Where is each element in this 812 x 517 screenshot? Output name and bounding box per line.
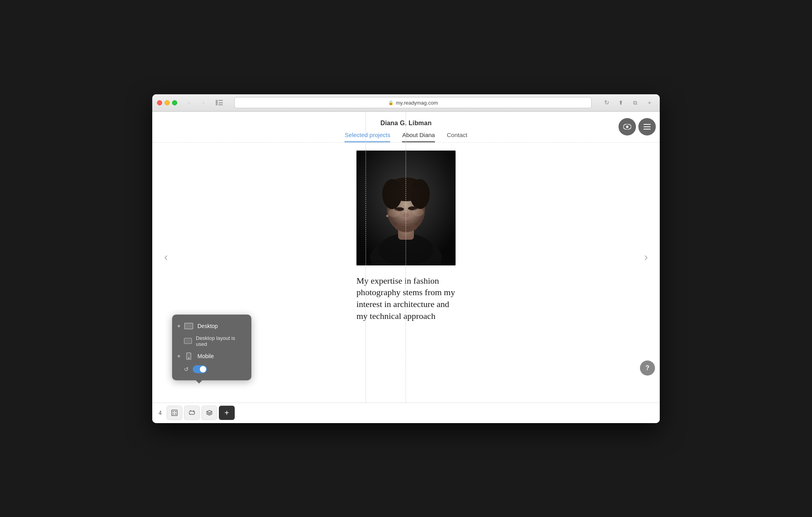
desktop-layout-used-item: Desktop layout is used <box>172 333 251 349</box>
traffic-lights <box>157 100 177 105</box>
prev-page-button[interactable]: ‹ <box>160 247 172 267</box>
mobile-icon-wrapper <box>184 353 193 360</box>
help-icon: ? <box>645 364 649 372</box>
nav-selected-projects[interactable]: Selected projects <box>345 132 390 142</box>
hamburger-menu-button[interactable] <box>638 118 656 135</box>
minimize-button[interactable] <box>165 100 170 105</box>
site-title: Diana G. Libman <box>380 120 431 127</box>
bottom-toolbar: 4 + <box>152 403 660 423</box>
undo-redo-icon <box>188 410 196 416</box>
desktop-label: Desktop <box>197 323 218 329</box>
preview-button[interactable] <box>619 118 636 135</box>
page-number: 4 <box>159 410 162 416</box>
back-button[interactable]: ‹ <box>184 99 195 107</box>
svg-rect-4 <box>643 129 651 130</box>
menu-icon <box>643 124 651 130</box>
mobile-toggle-row: ↺ <box>172 363 251 376</box>
mobile-device-icon <box>186 353 191 360</box>
toolbar-right: ⬆ ⧉ + <box>615 99 655 107</box>
nav-about-diana[interactable]: About Diana <box>402 132 435 142</box>
svg-rect-27 <box>172 413 174 415</box>
url-text: my.readymag.com <box>396 100 438 106</box>
layers-button[interactable] <box>201 406 217 420</box>
site-header: Diana G. Libman Selected projects About … <box>152 112 660 143</box>
page-thumbnail-button[interactable] <box>167 406 182 420</box>
desktop-layout-item[interactable]: Desktop <box>172 319 251 333</box>
new-tab-button[interactable]: + <box>644 99 655 107</box>
desktop-device-icon <box>184 323 193 329</box>
svg-point-1 <box>626 126 628 128</box>
svg-rect-26 <box>175 411 176 412</box>
duplicate-tab-button[interactable]: ⧉ <box>630 99 641 107</box>
page-area: ‹ › Diana G. Libman Selected projects Ab… <box>152 112 660 403</box>
undo-redo-button[interactable] <box>184 406 200 420</box>
reload-button[interactable]: ↻ <box>601 99 612 107</box>
mobile-label: Mobile <box>197 353 214 359</box>
share-button[interactable]: ⬆ <box>615 99 626 107</box>
mac-window: ‹ › 🔒 my.readymag.com ↻ ⬆ ⧉ + <box>152 94 660 423</box>
sub-desktop-icon <box>184 338 192 344</box>
page-content: My expertise in fashion photography stem… <box>152 143 660 330</box>
add-element-button[interactable]: + <box>219 406 235 420</box>
close-button[interactable] <box>157 100 162 105</box>
mobile-dot <box>178 355 180 357</box>
eye-icon <box>623 124 631 130</box>
url-bar[interactable]: 🔒 my.readymag.com <box>234 97 592 108</box>
about-text: My expertise in fashion photography stem… <box>356 275 456 322</box>
layers-icon <box>206 409 213 416</box>
svg-rect-23 <box>356 151 456 265</box>
browser-content: ‹ › Diana G. Libman Selected projects Ab… <box>152 112 660 403</box>
page-thumbnail-icon <box>171 410 178 416</box>
nav-contact[interactable]: Contact <box>447 132 467 142</box>
portrait-photo <box>356 151 456 265</box>
reset-button[interactable]: ↺ <box>184 366 189 372</box>
svg-rect-25 <box>172 411 174 412</box>
mobile-layout-item[interactable]: Mobile <box>172 349 251 363</box>
layout-popover: Desktop Desktop layout is used Mobile <box>172 315 251 380</box>
site-nav: Selected projects About Diana Contact <box>345 132 467 142</box>
desktop-layout-used-label: Desktop layout is used <box>196 335 246 347</box>
content-column: My expertise in fashion photography stem… <box>356 151 456 322</box>
desktop-dot <box>178 325 180 327</box>
sidebar-icon <box>216 100 223 105</box>
fullscreen-button[interactable] <box>172 100 177 105</box>
title-bar: ‹ › 🔒 my.readymag.com ↻ ⬆ ⧉ + <box>152 94 660 112</box>
svg-rect-28 <box>175 413 176 415</box>
forward-button[interactable]: › <box>198 99 209 107</box>
svg-rect-2 <box>643 124 651 125</box>
lock-icon: 🔒 <box>388 100 394 105</box>
desktop-icon-wrapper <box>184 322 193 330</box>
next-page-button[interactable]: › <box>640 247 652 267</box>
mobile-toggle-switch[interactable] <box>193 365 207 373</box>
sidebar-toggle-button[interactable] <box>214 99 225 107</box>
help-button[interactable]: ? <box>640 361 655 376</box>
portrait-svg <box>356 151 456 265</box>
svg-rect-3 <box>643 126 651 127</box>
